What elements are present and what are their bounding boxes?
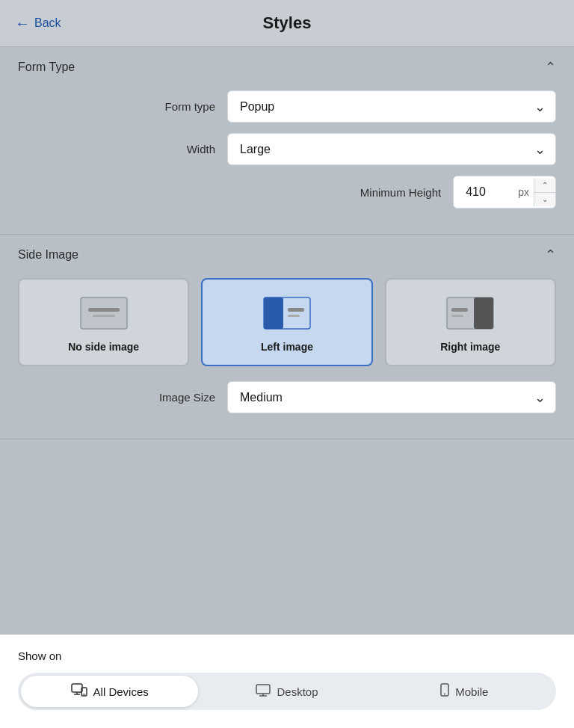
show-on-section: Show on All Devices bbox=[0, 635, 574, 728]
all-devices-label: All Devices bbox=[93, 685, 149, 698]
form-type-section: Form Type ⌃ Form type Popup Inline Flyou… bbox=[0, 47, 574, 235]
no-side-image-label: No side image bbox=[68, 341, 139, 353]
left-image-label: Left image bbox=[261, 341, 313, 353]
side-image-section: Side Image ⌃ No side image bbox=[0, 235, 574, 439]
image-size-row: Image Size Small Medium Large ⌄ bbox=[18, 381, 556, 413]
svg-rect-11 bbox=[72, 684, 82, 692]
form-type-label: Form type bbox=[118, 100, 215, 113]
side-image-collapse-icon[interactable]: ⌃ bbox=[545, 247, 556, 263]
image-size-select-wrapper: Small Medium Large ⌄ bbox=[227, 381, 556, 413]
mobile-icon bbox=[440, 683, 449, 700]
form-type-section-title: Form Type bbox=[18, 61, 75, 74]
svg-rect-16 bbox=[256, 685, 270, 694]
min-height-input-wrapper: px ⌃ ⌄ bbox=[453, 176, 556, 209]
height-decrement-button[interactable]: ⌄ bbox=[534, 193, 555, 206]
form-type-row: Form type Popup Inline Flyout Sidebar ⌄ bbox=[18, 90, 556, 123]
svg-point-20 bbox=[444, 694, 445, 695]
min-height-input[interactable] bbox=[454, 176, 513, 208]
device-toggle-group: All Devices Desktop Mobile bbox=[18, 673, 556, 710]
svg-rect-9 bbox=[451, 308, 468, 312]
width-label: Width bbox=[118, 143, 215, 155]
image-size-label: Image Size bbox=[118, 391, 215, 404]
no-side-image-option[interactable]: No side image bbox=[18, 278, 189, 366]
back-button[interactable]: ← Back bbox=[15, 15, 61, 32]
image-options-group: No side image Left image bbox=[18, 278, 556, 366]
mobile-label: Mobile bbox=[455, 685, 488, 698]
svg-rect-4 bbox=[264, 297, 283, 329]
height-increment-button[interactable]: ⌃ bbox=[534, 179, 555, 193]
svg-rect-8 bbox=[474, 297, 493, 329]
form-type-select-wrapper: Popup Inline Flyout Sidebar ⌄ bbox=[227, 90, 556, 123]
back-arrow-icon: ← bbox=[15, 15, 30, 32]
width-select-wrapper: Small Medium Large Extra Large Full Widt… bbox=[227, 133, 556, 165]
desktop-icon bbox=[256, 684, 271, 700]
side-image-section-header: Side Image ⌃ bbox=[18, 247, 556, 263]
desktop-button[interactable]: Desktop bbox=[198, 676, 375, 707]
svg-rect-10 bbox=[451, 315, 463, 317]
min-height-row: Minimum Height px ⌃ ⌄ bbox=[18, 176, 556, 209]
all-devices-icon bbox=[71, 683, 87, 700]
width-select[interactable]: Small Medium Large Extra Large Full Widt… bbox=[227, 133, 556, 165]
show-on-label: Show on bbox=[18, 650, 556, 662]
desktop-label: Desktop bbox=[277, 685, 318, 698]
svg-rect-6 bbox=[288, 315, 300, 317]
svg-rect-2 bbox=[93, 315, 115, 317]
height-stepper: ⌃ ⌄ bbox=[534, 179, 555, 206]
svg-rect-5 bbox=[288, 308, 304, 312]
svg-rect-0 bbox=[81, 297, 127, 329]
width-row: Width Small Medium Large Extra Large Ful… bbox=[18, 133, 556, 165]
main-content: Form Type ⌃ Form type Popup Inline Flyou… bbox=[0, 47, 574, 635]
back-label: Back bbox=[34, 16, 61, 30]
all-devices-button[interactable]: All Devices bbox=[21, 676, 198, 707]
right-image-icon bbox=[444, 294, 496, 332]
right-image-option[interactable]: Right image bbox=[385, 278, 556, 366]
right-image-label: Right image bbox=[440, 341, 500, 353]
left-image-option[interactable]: Left image bbox=[201, 278, 372, 366]
height-unit-label: px bbox=[513, 186, 534, 198]
header: ← Back Styles bbox=[0, 0, 574, 47]
side-image-section-title: Side Image bbox=[18, 248, 78, 262]
form-type-collapse-icon[interactable]: ⌃ bbox=[545, 59, 556, 75]
mobile-button[interactable]: Mobile bbox=[376, 676, 553, 707]
no-side-image-icon bbox=[78, 294, 130, 332]
form-type-section-header: Form Type ⌃ bbox=[18, 59, 556, 75]
form-type-select[interactable]: Popup Inline Flyout Sidebar bbox=[227, 90, 556, 123]
svg-rect-1 bbox=[88, 308, 120, 312]
page-title: Styles bbox=[263, 13, 312, 33]
image-size-select[interactable]: Small Medium Large bbox=[227, 381, 556, 413]
min-height-label: Minimum Height bbox=[344, 186, 441, 199]
left-image-icon bbox=[261, 294, 313, 332]
